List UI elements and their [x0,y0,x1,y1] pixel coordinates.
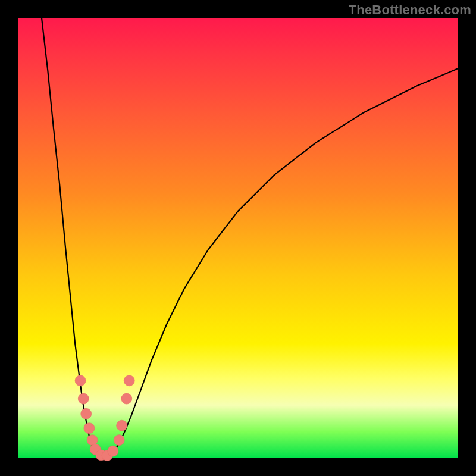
marker-dot [81,408,92,419]
marker-dot [78,393,89,404]
marker-dot [87,435,98,446]
marker-dot [121,393,132,404]
curve-left-branch [42,18,95,452]
watermark-text: TheBottleneck.com [349,2,471,18]
marker-dot [75,375,86,386]
plot-area [18,18,458,458]
marker-dot [114,435,124,446]
marker-group [75,375,134,461]
plot-svg [18,18,458,458]
chart-stage: TheBottleneck.com [0,0,476,476]
marker-dot [124,375,134,386]
marker-dot [108,446,118,456]
marker-dot [117,420,127,431]
curve-right-branch [119,68,458,443]
marker-dot [84,423,95,434]
